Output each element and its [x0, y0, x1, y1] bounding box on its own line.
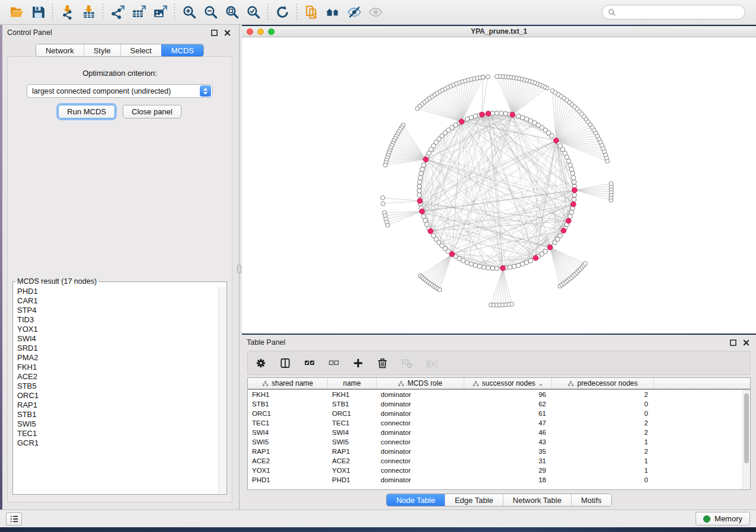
close-panel-icon[interactable] — [222, 28, 232, 37]
cell-shared-name: ACE2 — [248, 456, 328, 466]
zoom-fit-button[interactable] — [221, 3, 243, 22]
tab-mcds[interactable]: MCDS — [161, 44, 203, 56]
cell-MCDS-role: dominator — [377, 475, 464, 485]
splitter-grip[interactable] — [237, 265, 241, 273]
main-toolbar — [0, 0, 756, 25]
cell-shared-name: SWI4 — [248, 428, 328, 437]
task-history-button[interactable] — [6, 512, 22, 525]
mcds-result-node[interactable]: PHD1 — [14, 287, 218, 296]
close-panel-button[interactable]: Close panel — [123, 105, 181, 118]
cell-predecessor-nodes: 0 — [552, 409, 654, 418]
tab-network-table[interactable]: Network Table — [503, 494, 571, 506]
network-window-titlebar[interactable]: YPA_prune.txt_1 — [242, 26, 756, 37]
cell-MCDS-role: dominator — [377, 390, 464, 399]
table-row[interactable]: RAP1RAP1dominator352 — [248, 447, 742, 456]
table-row[interactable]: SWI4SWI4dominator462 — [248, 428, 742, 437]
optimization-criterion-select[interactable]: largest connected component (undirected) — [27, 84, 213, 98]
mcds-result-node[interactable]: SRD1 — [14, 344, 218, 353]
table-row[interactable]: SWI5SWI5connector431 — [248, 437, 742, 447]
mcds-result-node[interactable]: TEC1 — [14, 429, 218, 438]
deselect-all-rows-button[interactable] — [327, 356, 341, 370]
column-header-MCDS-role[interactable]: MCDS role — [377, 378, 464, 389]
float-table-panel-icon[interactable] — [728, 338, 738, 347]
float-panel-icon[interactable] — [209, 28, 219, 37]
memory-button[interactable]: Memory — [696, 512, 750, 525]
clone-network-button[interactable] — [301, 3, 322, 22]
select-all-rows-button[interactable] — [302, 356, 317, 370]
table-row[interactable]: YOX1YOX1connector291 — [248, 466, 742, 475]
refresh-button[interactable] — [272, 3, 293, 22]
import-network-button[interactable] — [56, 3, 78, 22]
zoom-out-button[interactable] — [200, 3, 221, 22]
cell-shared-name: PHD1 — [248, 475, 328, 485]
search-input[interactable] — [620, 8, 739, 17]
column-header-name[interactable]: name — [328, 378, 377, 389]
export-network-button[interactable] — [107, 3, 128, 22]
mcds-result-node[interactable]: STB1 — [14, 410, 218, 419]
mcds-result-node[interactable]: STP4 — [14, 306, 218, 315]
open-file-icon — [9, 5, 24, 20]
table-scrollbar[interactable] — [742, 390, 750, 489]
table-header-row: shared namenameMCDS rolesuccessor nodes⌄… — [248, 378, 750, 390]
mcds-result-node[interactable]: ACE2 — [14, 372, 218, 382]
tab-edge-table[interactable]: Edge Table — [445, 494, 503, 506]
mcds-result-node[interactable]: SWI4 — [14, 334, 218, 344]
run-mcds-button[interactable]: Run MCDS — [58, 105, 115, 118]
network-canvas[interactable] — [242, 37, 756, 334]
cell-predecessor-nodes: 2 — [552, 428, 654, 437]
tab-motifs[interactable]: Motifs — [571, 494, 611, 506]
cell-predecessor-nodes: 0 — [552, 399, 654, 409]
import-table-button[interactable] — [78, 3, 99, 22]
mcds-result-node[interactable]: ORC1 — [14, 391, 218, 400]
export-image-button[interactable] — [149, 3, 171, 22]
table-row[interactable]: ACE2ACE2connector311 — [248, 456, 742, 466]
export-table-button[interactable] — [128, 3, 149, 22]
hide-selected-button[interactable] — [343, 3, 365, 22]
cell-MCDS-role: connector — [377, 456, 464, 466]
mcds-result-node[interactable]: FKH1 — [14, 363, 218, 372]
search-box[interactable] — [602, 5, 745, 20]
zoom-selected-button[interactable] — [243, 3, 264, 22]
mcds-result-node[interactable]: CAR1 — [14, 296, 218, 306]
cell-name: ORC1 — [328, 409, 377, 418]
table-row[interactable]: TEC1TEC1connector472 — [248, 418, 742, 428]
tab-node-table[interactable]: Node Table — [387, 494, 445, 506]
tab-select[interactable]: Select — [120, 44, 161, 56]
mcds-result-node[interactable]: PMA2 — [14, 353, 218, 363]
table-row[interactable]: FKH1FKH1dominator962 — [248, 390, 742, 399]
mcds-result-node[interactable]: TID3 — [14, 315, 218, 325]
cell-successor-nodes: 35 — [464, 447, 552, 456]
column-header-shared-name[interactable]: shared name — [248, 378, 328, 389]
panel-splitter[interactable] — [237, 25, 242, 509]
tab-network[interactable]: Network — [36, 44, 84, 56]
mcds-result-node[interactable]: STB5 — [14, 382, 218, 391]
add-row-button[interactable] — [351, 356, 365, 370]
zoom-in-button[interactable] — [178, 3, 200, 22]
mcds-result-node[interactable]: YOX1 — [14, 325, 218, 334]
column-header-successor-nodes[interactable]: successor nodes⌄ — [464, 378, 552, 389]
table-row[interactable]: STB1STB1dominator620 — [248, 399, 742, 409]
table-row[interactable]: ORC1ORC1dominator610 — [248, 409, 742, 418]
cell-name: YOX1 — [328, 466, 377, 475]
mcds-result-node[interactable]: SWI5 — [14, 419, 218, 429]
open-file-button[interactable] — [6, 3, 27, 22]
mcds-list-scrollbar[interactable] — [218, 287, 226, 493]
show-columns-button[interactable] — [278, 356, 292, 370]
mcds-result-node[interactable]: GCR1 — [14, 438, 218, 448]
toolbar-separator — [174, 4, 175, 21]
close-table-panel-icon[interactable] — [741, 338, 751, 347]
delete-row-button[interactable] — [375, 356, 390, 370]
tab-style[interactable]: Style — [84, 44, 120, 56]
mcds-result-node[interactable]: RAP1 — [14, 400, 218, 410]
mcds-result-list[interactable]: PHD1CAR1STP4TID3YOX1SWI4SRD1PMA2FKH1ACE2… — [14, 287, 218, 493]
mcds-result-group: MCDS result (17 nodes) PHD1CAR1STP4TID3Y… — [12, 277, 227, 495]
first-neighbors-button[interactable] — [322, 3, 343, 22]
table-settings-button[interactable] — [254, 356, 268, 370]
column-header-predecessor-nodes[interactable]: predecessor nodes — [552, 378, 654, 389]
optimization-criterion-label: Optimization criterion: — [8, 69, 232, 78]
cell-name: ACE2 — [328, 456, 377, 466]
cell-name: RAP1 — [328, 447, 377, 456]
save-session-button[interactable] — [27, 3, 49, 22]
table-row[interactable]: PHD1PHD1dominator180 — [248, 475, 742, 485]
table-scrollbar-thumb[interactable] — [744, 393, 749, 463]
